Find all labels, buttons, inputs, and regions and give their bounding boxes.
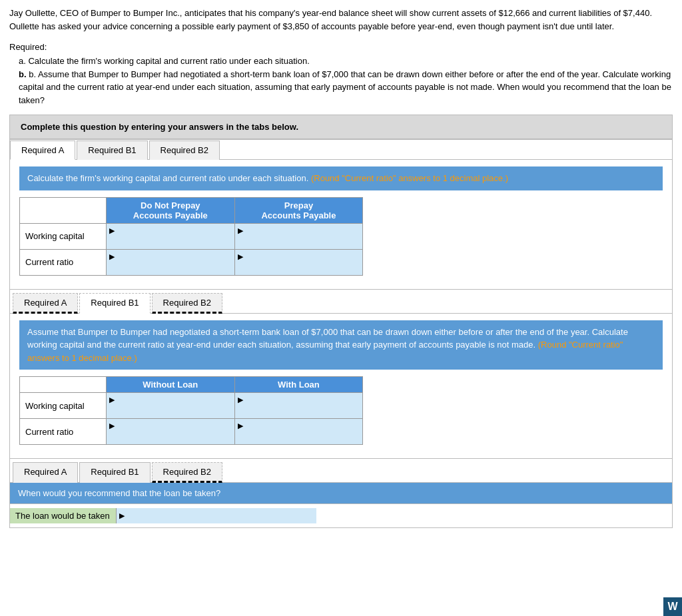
tab-required-b2-1[interactable]: Required B2 [149, 141, 220, 160]
working-capital-label-b1: Working capital [20, 393, 107, 419]
current-ratio-with-loan-input[interactable] [238, 430, 360, 443]
required-label: Required: [9, 42, 673, 52]
current-ratio-without-loan-cell[interactable]: ▶ [107, 419, 235, 445]
tab-content-a: Calculate the firm's working capital and… [10, 160, 672, 289]
table-a-empty-header [20, 197, 107, 223]
current-ratio-prepay-input[interactable] [238, 261, 360, 274]
table-row: Current ratio ▶ ▶ [20, 419, 363, 445]
tab-required-b2-3[interactable]: Required B2 [152, 462, 222, 483]
table-a-col1-header: Do Not Prepay Accounts Payable [107, 197, 235, 223]
working-capital-label-a: Working capital [20, 223, 107, 249]
tab-required-b1-3[interactable]: Required B1 [79, 462, 150, 483]
current-ratio-label-a: Current ratio [20, 249, 107, 275]
table-row: Current ratio ▶ ▶ [20, 249, 363, 275]
section-a-instruction: Calculate the firm's working capital and… [19, 166, 663, 190]
current-ratio-no-prepay-input[interactable] [109, 261, 232, 274]
current-ratio-no-prepay-cell[interactable]: ▶ [107, 249, 235, 275]
w-icon: W [663, 597, 682, 616]
table-b1: Without Loan With Loan Working capital ▶… [19, 376, 363, 445]
tab-required-b1-2[interactable]: Required B1 [79, 293, 150, 314]
working-capital-no-prepay-cell[interactable]: ▶ [107, 223, 235, 249]
when-loan-header: When would you recommend that the loan b… [10, 483, 672, 503]
complete-box: Complete this question by entering your … [9, 115, 673, 139]
tab-bar-b2: Required A Required B1 Required B2 [10, 459, 672, 483]
current-ratio-with-loan-cell[interactable]: ▶ [234, 419, 363, 445]
working-capital-with-loan-cell[interactable]: ▶ [234, 393, 363, 419]
working-capital-prepay-input[interactable] [238, 235, 360, 248]
tab-required-a-1[interactable]: Required A [10, 141, 75, 160]
working-capital-no-prepay-input[interactable] [109, 235, 232, 248]
tab-bar-a: Required A Required B1 Required B2 [10, 140, 672, 160]
table-a: Do Not Prepay Accounts Payable Prepay Ac… [19, 197, 363, 276]
tab-required-a-3[interactable]: Required A [13, 462, 78, 483]
tab-bar-b1: Required A Required B1 Required B2 [10, 290, 672, 314]
intro-paragraph: Jay Oullette, CEO of Bumper to Bumper In… [9, 7, 673, 33]
intro-text-1: Jay Oullette, CEO of Bumper to Bumper In… [9, 7, 673, 33]
loan-taken-input[interactable] [125, 509, 314, 522]
working-capital-prepay-cell[interactable]: ▶ [234, 223, 363, 249]
tab-required-b1-1[interactable]: Required B1 [77, 141, 147, 160]
part-b-text: b. b. Assume that Bumper to Bumper had n… [19, 68, 673, 107]
part-a-text: a. Calculate the firm's working capital … [19, 55, 673, 68]
working-capital-without-loan-cell[interactable]: ▶ [107, 393, 235, 419]
table-b1-empty-header [20, 377, 107, 393]
table-row: Working capital ▶ ▶ [20, 393, 363, 419]
working-capital-without-loan-input[interactable] [109, 404, 232, 417]
loan-input-row: The loan would be taken ▶ [10, 503, 672, 527]
loan-label: The loan would be taken [10, 508, 117, 523]
tab-content-b1: Assume that Bumper to Bumper had negotia… [10, 314, 672, 459]
table-a-col2-header: Prepay Accounts Payable [234, 197, 363, 223]
table-b1-col2-header: With Loan [234, 377, 363, 393]
tab-required-a-2[interactable]: Required A [13, 293, 78, 314]
tab-required-b2-2[interactable]: Required B2 [152, 293, 222, 314]
table-row: Working capital ▶ ▶ [20, 223, 363, 249]
section-b1-instruction: Assume that Bumper to Bumper had negotia… [19, 320, 663, 370]
working-capital-with-loan-input[interactable] [238, 404, 360, 417]
current-ratio-without-loan-input[interactable] [109, 430, 232, 443]
current-ratio-prepay-cell[interactable]: ▶ [234, 249, 363, 275]
current-ratio-label-b1: Current ratio [20, 419, 107, 445]
table-b1-col1-header: Without Loan [107, 377, 235, 393]
loan-input-cell[interactable]: ▶ [117, 508, 316, 523]
